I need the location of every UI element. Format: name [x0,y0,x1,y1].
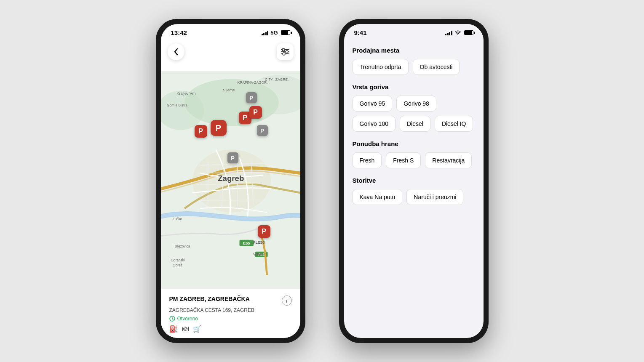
station-amenities: ⛽ 🍽 🛒 [169,325,292,333]
chip-freshs[interactable]: Fresh S [386,152,421,168]
chip-trenutno[interactable]: Trenutno odprta [353,59,409,75]
chips-hrana: Fresh Fresh S Restavracija [353,152,475,168]
svg-text:Odranski: Odranski [171,258,185,262]
chip-restavracija[interactable]: Restavracija [425,152,472,168]
chip-avtocesta[interactable]: Ob avtocesti [413,59,460,75]
station-name: PM ZAGREB, ZAGREBAČKA [169,295,250,302]
section-hrana: Ponudba hrane Fresh Fresh S Restavracija [353,140,475,168]
chip-naroci[interactable]: Naruči i preuzmi [406,189,463,205]
svg-text:Gornja Bistra: Gornja Bistra [166,103,187,107]
clock-icon [169,316,175,322]
svg-point-26 [283,53,285,55]
chip-dieseliq[interactable]: Diesel IQ [435,116,473,132]
svg-text:Lučko: Lučko [172,217,182,221]
chip-g100[interactable]: Gorivo 100 [353,116,395,132]
section-title-prodajna: Prodajna mesta [353,47,475,54]
station-marker-gray-3[interactable]: P [227,152,238,163]
svg-text:PLESO: PLESO [253,240,265,245]
section-storitve: Storitve Kava Na putu Naruči i preuzmi [353,177,475,205]
svg-text:CITY...ZAGRE...: CITY...ZAGRE... [265,77,291,82]
station-info-button[interactable]: i [282,295,292,306]
chips-prodajna: Trenutno odprta Ob avtocesti [353,59,475,75]
phone-filter: 9:41 [339,19,489,343]
filter-content: Prodajna mesta Trenutno odprta Ob avtoce… [344,43,484,338]
svg-text:Kraljev Vrh: Kraljev Vrh [176,91,195,96]
shop-icon: 🛒 [193,325,201,333]
battery-icon [281,30,290,35]
chip-g95[interactable]: Gorivo 95 [353,96,393,112]
station-marker-3[interactable]: P [249,106,262,119]
signal-icon-filter [445,30,452,35]
battery-icon-filter [464,30,473,35]
map-top-bar [161,40,300,64]
status-icons-map: 5G [262,29,290,36]
station-marker-large[interactable]: P [211,120,227,136]
svg-text:Obrež: Obrež [172,263,182,267]
chip-kava[interactable]: Kava Na putu [353,189,403,205]
chip-fresh[interactable]: Fresh [353,152,382,168]
status-bar-map: 13:42 5G [161,24,300,38]
section-title-gorivo: Vrsta goriva [353,83,475,90]
svg-text:Velika I.: Velika I. [253,252,265,256]
network-label: 5G [270,29,278,36]
section-prodajna: Prodajna mesta Trenutno odprta Ob avtoce… [353,47,475,75]
svg-text:Brezovica: Brezovica [174,245,190,249]
section-title-hrana: Ponudba hrane [353,140,475,147]
station-marker-gray-2[interactable]: P [257,125,268,136]
fuel-icon: ⛽ [169,325,178,333]
status-text: Otvoreno [177,316,198,322]
status-bar-filter: 9:41 [344,24,484,38]
status-time-filter: 9:41 [354,29,367,36]
wifi-icon [454,30,461,35]
status-icons-filter [445,30,473,35]
station-marker-1[interactable]: P [195,125,207,138]
station-card: PM ZAGREB, ZAGREBAČKA i ZAGREBAČKA CESTA… [161,288,300,338]
chips-gorivo: Gorivo 95 Gorivo 98 Gorivo 100 Diesel Di… [353,96,475,132]
status-time-map: 13:42 [171,29,187,36]
section-title-storitve: Storitve [353,177,475,184]
phone-map: 13:42 5G [156,19,305,343]
section-gorivo: Vrsta goriva Gorivo 95 Gorivo 98 Gorivo … [353,83,475,132]
station-status: Otvoreno [169,316,292,322]
chip-diesel[interactable]: Diesel [400,116,430,132]
signal-icon [262,30,269,35]
food-icon: 🍽 [182,325,189,333]
station-marker-gray-1[interactable]: P [246,92,257,103]
svg-point-25 [286,51,288,53]
chip-g98[interactable]: Gorivo 98 [396,96,436,112]
map-filter-button[interactable] [277,43,294,60]
svg-text:Sljeme: Sljeme [223,88,235,92]
map-back-button[interactable] [168,43,184,60]
svg-point-24 [282,48,285,51]
svg-text:Zagreb: Zagreb [218,174,244,183]
svg-text:E65: E65 [243,241,250,245]
chips-storitve: Kava Na putu Naruči i preuzmi [353,189,475,205]
station-address: ZAGREBAČKA CESTA 169, ZAGREB [169,307,292,313]
station-marker-bottom[interactable]: P [258,225,270,238]
